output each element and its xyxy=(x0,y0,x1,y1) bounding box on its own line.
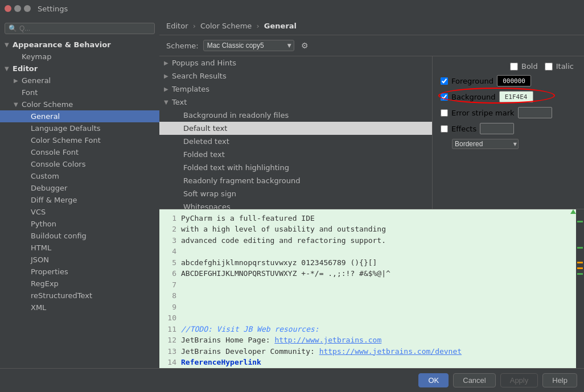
sidebar: 🔍 ▼Appearance & BehaviorKeymap▼Editor▶Ge… xyxy=(0,17,159,368)
sidebar-item-font[interactable]: Font xyxy=(0,86,159,98)
preview-link[interactable]: http://www.jetbrains.com xyxy=(274,336,381,344)
sidebar-item-vcs[interactable]: VCS xyxy=(0,206,159,218)
scheme-select-wrapper[interactable]: Mac Classic copy5DefaultDarcula xyxy=(203,40,294,51)
background-swatch[interactable]: E1F4E4 xyxy=(499,91,533,102)
sidebar-item-label: Console Font xyxy=(31,148,79,156)
color-tree-item-readonly-fragment[interactable]: Readonly fragment background xyxy=(159,174,432,187)
search-box[interactable]: 🔍 xyxy=(5,23,155,34)
maximize-button[interactable] xyxy=(24,5,31,12)
breadcrumb: Editor › Color Scheme › General xyxy=(159,17,584,35)
color-tree-item-folded-text[interactable]: Folded text xyxy=(159,148,432,161)
color-tree-item-default-text[interactable]: Default text xyxy=(159,122,432,135)
sidebar-tree: ▼Appearance & BehaviorKeymap▼Editor▶Gene… xyxy=(0,39,159,365)
close-button[interactable] xyxy=(5,5,11,12)
error-stripe-row: Error stripe mark xyxy=(441,107,576,118)
sidebar-item-color-scheme[interactable]: ▼Color Scheme xyxy=(0,98,159,110)
sidebar-item-xml[interactable]: XML xyxy=(0,302,159,313)
error-stripe-swatch[interactable] xyxy=(518,107,552,118)
preview-scrollbar[interactable] xyxy=(576,209,584,369)
color-tree-item-bg-readonly[interactable]: Background in readonly files xyxy=(159,109,432,122)
sidebar-item-label: Language Defaults xyxy=(31,124,101,133)
preview-link[interactable]: https://www.jetbrains.com/devnet xyxy=(319,347,462,356)
background-checkbox[interactable] xyxy=(441,93,448,101)
scheme-select[interactable]: Mac Classic copy5DefaultDarcula xyxy=(203,40,294,51)
scroll-up-indicator xyxy=(570,209,576,214)
sidebar-item-general[interactable]: ▶General xyxy=(0,75,159,86)
bold-checkbox[interactable] xyxy=(510,63,518,71)
foreground-swatch[interactable]: 000000 xyxy=(497,75,531,86)
italic-checkbox[interactable] xyxy=(545,63,553,71)
color-tree-item-folded-text-highlight[interactable]: Folded text with highlighting xyxy=(159,161,432,174)
marker-green2 xyxy=(577,247,583,249)
breadcrumb-sep2: › xyxy=(256,22,261,30)
sidebar-item-label: Properties xyxy=(31,267,68,276)
line-number: 5 xyxy=(165,257,176,269)
sidebar-item-label: RegExp xyxy=(31,279,59,288)
line-number: 10 xyxy=(165,312,176,324)
scheme-label: Scheme: xyxy=(166,42,199,50)
sidebar-item-label: Debugger xyxy=(31,184,67,192)
color-tree-item-text[interactable]: ▼Text xyxy=(159,96,432,109)
color-tree-item-label: Background in readonly files xyxy=(183,111,289,119)
preview-line: 1PyCharm is a full-featured IDE xyxy=(165,213,578,224)
sidebar-item-buildout-config[interactable]: Buildout config xyxy=(0,230,159,242)
color-tree-item-deleted-text[interactable]: Deleted text xyxy=(159,135,432,148)
scheme-gear-button[interactable]: ⚙ xyxy=(299,40,311,51)
sidebar-item-python[interactable]: Python xyxy=(0,218,159,230)
preview-text: JetBrains Home Page: xyxy=(181,336,274,344)
error-stripe-checkbox[interactable] xyxy=(441,109,448,117)
help-button[interactable]: Help xyxy=(542,373,577,387)
sidebar-item-regexp[interactable]: RegExp xyxy=(0,278,159,290)
minimize-button[interactable] xyxy=(14,5,21,12)
foreground-checkbox[interactable] xyxy=(441,77,448,85)
preview-text: JetBrains Developer Community: xyxy=(181,347,319,356)
sidebar-item-appearance-behavior[interactable]: ▼Appearance & Behavior xyxy=(0,39,159,51)
color-tree-arrow: ▶ xyxy=(164,86,170,92)
sidebar-item-diff-merge[interactable]: Diff & Merge xyxy=(0,194,159,206)
sidebar-item-json[interactable]: JSON xyxy=(0,254,159,266)
color-tree-item-search-results[interactable]: ▶Search Results xyxy=(159,69,432,82)
sidebar-item-restructured-text[interactable]: reStructuredText xyxy=(0,290,159,302)
sidebar-item-console-colors[interactable]: Console Colors xyxy=(0,158,159,170)
effects-dropdown-row: BorderedUnderscoredBold underscoredDotte… xyxy=(441,139,576,149)
sidebar-item-label: Color Scheme Font xyxy=(31,136,101,145)
window-controls[interactable] xyxy=(5,5,31,12)
color-tree-item-label: Default text xyxy=(183,124,227,133)
color-tree-item-whitespaces[interactable]: Whitespaces xyxy=(159,200,432,209)
color-tree-item-label: Whitespaces xyxy=(183,203,231,209)
sidebar-item-console-font[interactable]: Console Font xyxy=(0,146,159,158)
effects-checkbox[interactable] xyxy=(441,125,448,133)
color-tree-item-popups[interactable]: ▶Popups and Hints xyxy=(159,56,432,69)
cancel-button[interactable]: Cancel xyxy=(453,373,495,387)
line-number: 9 xyxy=(165,302,176,313)
sidebar-item-custom[interactable]: Custom xyxy=(0,170,159,182)
effects-select-wrapper[interactable]: BorderedUnderscoredBold underscoredDotte… xyxy=(452,139,519,149)
foreground-label: Foreground xyxy=(451,77,493,85)
color-tree-arrow: ▶ xyxy=(164,73,170,79)
apply-button[interactable]: Apply xyxy=(500,373,538,387)
search-input[interactable] xyxy=(19,24,151,32)
sidebar-item-editor[interactable]: ▼Editor xyxy=(0,63,159,75)
color-tree-item-templates[interactable]: ▶Templates xyxy=(159,82,432,96)
sidebar-item-language-defaults[interactable]: Language Defaults xyxy=(0,122,159,134)
titlebar: Settings xyxy=(0,0,584,17)
preview-line: 2with a high level of usability and outs… xyxy=(165,224,578,235)
color-tree-arrow: ▶ xyxy=(164,60,170,66)
sidebar-item-label: Console Colors xyxy=(31,160,85,168)
sidebar-item-keymap[interactable]: Keymap xyxy=(0,51,159,63)
effects-swatch[interactable] xyxy=(480,123,514,134)
sidebar-item-cs-general[interactable]: General xyxy=(0,110,159,122)
bottom-bar: OK Cancel Apply Help xyxy=(0,368,584,392)
ok-button[interactable]: OK xyxy=(418,373,449,387)
editor-area: ▶Popups and Hints▶Search Results▶Templat… xyxy=(159,56,584,209)
marker-green xyxy=(577,221,583,222)
effects-select[interactable]: BorderedUnderscoredBold underscoredDotte… xyxy=(452,139,519,149)
sidebar-item-debugger[interactable]: Debugger xyxy=(0,182,159,194)
color-tree-item-soft-wrap[interactable]: Soft wrap sign xyxy=(159,187,432,200)
sidebar-item-properties[interactable]: Properties xyxy=(0,266,159,278)
sidebar-item-html[interactable]: HTML xyxy=(0,242,159,254)
breadcrumb-sep1: › xyxy=(193,22,198,30)
color-tree-item-label: Deleted text xyxy=(183,137,229,146)
todo-text: //TODO: Visit JB Web resources: xyxy=(181,325,319,333)
sidebar-item-color-scheme-font[interactable]: Color Scheme Font xyxy=(0,134,159,146)
